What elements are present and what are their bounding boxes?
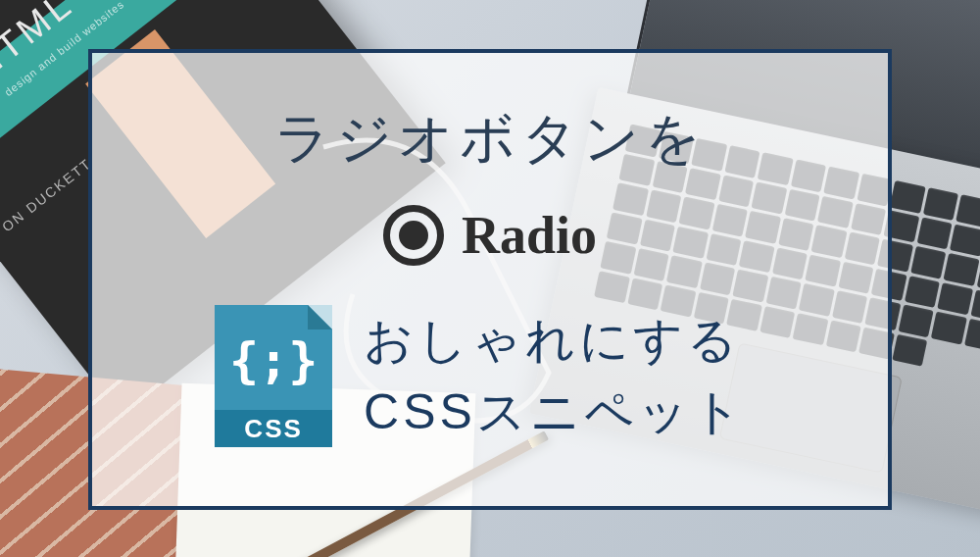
keyboard-key xyxy=(931,312,967,344)
radio-label: Radio xyxy=(462,205,597,266)
keyboard-key xyxy=(923,187,959,220)
keyboard-key xyxy=(910,246,947,278)
css-file-icon: {;} CSS xyxy=(215,305,332,447)
keyboard-key xyxy=(944,253,980,285)
keyboard-key xyxy=(892,333,928,366)
bottom-text-block: おしゃれにする CSSスニペット xyxy=(364,308,746,445)
main-card: ラジオボタンを Radio {;} CSS おしゃれにする CSSスニペット xyxy=(88,49,892,510)
keyboard-key xyxy=(916,217,953,249)
css-label-text: CSS xyxy=(244,414,302,444)
title-line-3: CSSスニペット xyxy=(364,380,746,445)
title-line-2: おしゃれにする xyxy=(364,308,746,374)
keyboard-key xyxy=(898,304,934,336)
keyboard-key xyxy=(964,319,980,351)
radio-icon xyxy=(383,205,444,266)
keyboard-key xyxy=(956,194,980,227)
css-file-fold-dark xyxy=(308,305,332,329)
css-file-body: {;} xyxy=(215,305,332,413)
keyboard-key xyxy=(890,180,926,213)
radio-row: Radio xyxy=(383,205,597,266)
keyboard-key xyxy=(950,224,980,256)
keyboard-key xyxy=(904,276,940,308)
keyboard-key xyxy=(937,282,973,315)
title-line-1: ラジオボタンを xyxy=(274,102,707,177)
css-label-band: CSS xyxy=(215,410,332,447)
css-braces: {;} xyxy=(215,332,332,389)
bottom-row: {;} CSS おしゃれにする CSSスニペット xyxy=(122,305,858,447)
radio-dot xyxy=(399,221,428,250)
